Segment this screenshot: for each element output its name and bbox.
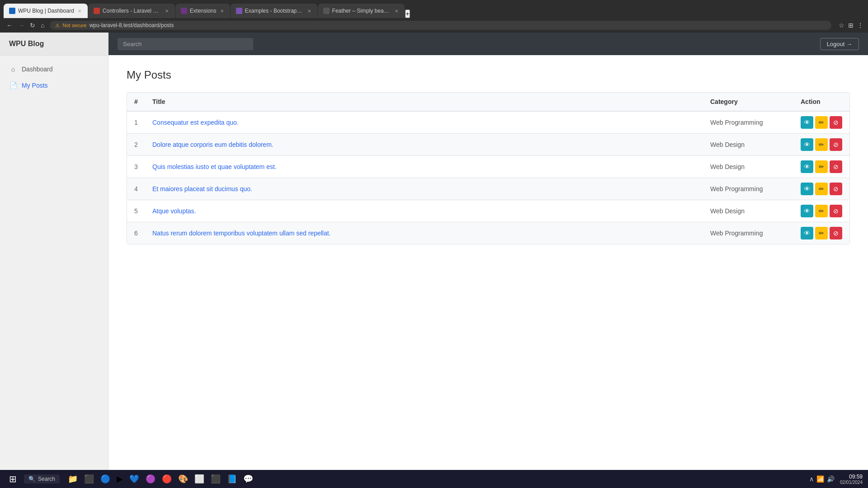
cell-title[interactable]: Natus rerum dolorem temporibus voluptate… [145,222,703,244]
taskbar-figma[interactable]: 🎨 [175,472,191,486]
cell-title[interactable]: Dolore atque corporis eum debitis dolore… [145,134,703,156]
delete-button[interactable]: ⊘ [830,183,842,195]
taskbar-whatsapp[interactable]: 💬 [241,472,256,486]
browser-tab-tab2[interactable]: Controllers - Laravel 8.x - The P... ✕ [88,4,175,18]
forward-button[interactable]: → [16,21,26,30]
taskbar-apps: 📁 ⬛ 🔵 ▶ 💙 🟣 🔴 🎨 ⬜ ⬛ 📘 💬 [65,472,256,486]
taskbar-search-label: Search [38,476,55,482]
cell-title[interactable]: Et maiores placeat sit ducimus quo. [145,178,703,200]
tab-close[interactable]: ✕ [77,9,82,14]
sidebar-item-my-posts[interactable]: 📄 My Posts [0,77,108,94]
reload-button[interactable]: ↻ [28,21,37,30]
security-label: Not secure [62,23,86,28]
cell-category: Web Programming [703,222,793,244]
start-button[interactable]: ⊞ [5,472,20,486]
network-icon: 📶 [816,475,824,483]
home-button[interactable]: ⌂ [39,21,46,30]
taskbar-search[interactable]: 🔍 Search [24,474,60,483]
edit-button[interactable]: ✏ [815,183,828,195]
taskbar-app7[interactable]: 🔴 [159,472,175,486]
table-row: 1 Consequatur est expedita quo. Web Prog… [127,111,849,134]
table-row: 2 Dolore atque corporis eum debitis dolo… [127,134,849,156]
edit-button[interactable]: ✏ [815,138,828,151]
cell-action: 👁 ✏ ⊘ [793,111,849,134]
action-buttons: 👁 ✏ ⊘ [801,205,842,217]
url-bar[interactable]: ⚠ Not secure wpu-laravel-8.test/dashboar… [50,21,831,30]
tab-favicon [323,8,330,14]
taskbar-sys: ∧ 📶 🔊 09:59 02/01/2024 [809,474,863,485]
taskbar-word[interactable]: 📘 [224,472,240,486]
top-nav: Logout → [108,33,868,55]
view-button[interactable]: 👁 [801,138,813,151]
view-button[interactable]: 👁 [801,183,813,195]
view-button[interactable]: 👁 [801,227,813,239]
view-button[interactable]: 👁 [801,116,813,129]
cell-title[interactable]: Consequatur est expedita quo. [145,111,703,134]
cell-num: 3 [127,156,145,178]
delete-button[interactable]: ⊘ [830,138,842,151]
taskbar-app9[interactable]: ⬛ [208,472,223,486]
tab-close[interactable]: ✕ [307,9,312,14]
edit-button[interactable]: ✏ [815,116,828,129]
edit-button[interactable]: ✏ [815,160,828,173]
sidebar: WPU Blog ⌂ Dashboard 📄 My Posts [0,33,108,470]
delete-button[interactable]: ⊘ [830,116,842,129]
new-tab-button[interactable]: + [405,9,410,18]
bookmark-button[interactable]: ☆ [839,22,844,29]
sidebar-brand: WPU Blog [0,33,108,56]
cell-category: Web Programming [703,178,793,200]
edit-button[interactable]: ✏ [815,205,828,217]
col-header-action: Action [793,93,849,111]
col-header-num: # [127,93,145,111]
taskbar-file-explorer[interactable]: 📁 [65,472,80,486]
taskbar-app6[interactable]: 🟣 [143,472,158,486]
browser-chrome: WPU Blog | Dashboard ✕ Controllers - Lar… [0,0,868,33]
browser-tab-tab1[interactable]: WPU Blog | Dashboard ✕ [4,4,88,18]
chevron-up-icon: ∧ [809,475,814,483]
taskbar-time-display: 09:59 [840,474,863,480]
view-button[interactable]: 👁 [801,205,813,217]
cell-title[interactable]: Atque voluptas. [145,200,703,222]
taskbar-terminal[interactable]: ⬛ [81,472,97,486]
cell-category: Web Design [703,200,793,222]
back-button[interactable]: ← [5,21,14,30]
view-button[interactable]: 👁 [801,160,813,173]
tab-close[interactable]: ✕ [219,9,225,14]
action-buttons: 👁 ✏ ⊘ [801,227,842,239]
tab-favicon [94,8,100,14]
cell-title[interactable]: Quis molestias iusto et quae voluptatem … [145,156,703,178]
browser-tab-tab3[interactable]: Extensions ✕ [175,4,230,18]
table-row: 4 Et maiores placeat sit ducimus quo. We… [127,178,849,200]
taskbar-date-display: 02/01/2024 [840,480,863,485]
taskbar-youtube[interactable]: ▶ [114,472,126,486]
sys-icons: ∧ 📶 🔊 [809,475,835,483]
menu-button[interactable]: ⋮ [857,22,863,29]
cell-action: 👁 ✏ ⊘ [793,222,849,244]
tab-label: Examples - Bootstrap v5.0 [245,8,304,14]
delete-button[interactable]: ⊘ [830,227,842,239]
extensions-button[interactable]: ⊞ [848,22,854,29]
taskbar: ⊞ 🔍 Search 📁 ⬛ 🔵 ▶ 💙 🟣 🔴 🎨 ⬜ ⬛ 📘 💬 ∧ 📶 🔊… [0,470,868,488]
browser-tab-tab4[interactable]: Examples - Bootstrap v5.0 ✕ [231,4,317,18]
tab-bar: WPU Blog | Dashboard ✕ Controllers - Lar… [0,0,868,18]
logout-button[interactable]: Logout → [820,38,859,50]
edit-button[interactable]: ✏ [815,227,828,239]
sidebar-nav: ⌂ Dashboard 📄 My Posts [0,56,108,99]
tab-close[interactable]: ✕ [394,9,399,14]
tab-favicon [236,8,242,14]
browser-tab-tab5[interactable]: Feather – Simply beautiful ope... ✕ [318,4,405,18]
taskbar-chrome[interactable]: 🔵 [98,472,113,486]
cell-action: 👁 ✏ ⊘ [793,134,849,156]
action-buttons: 👁 ✏ ⊘ [801,138,842,151]
sidebar-label-dashboard: Dashboard [22,66,53,73]
cell-num: 1 [127,111,145,134]
tab-close[interactable]: ✕ [164,9,170,14]
delete-button[interactable]: ⊘ [830,205,842,217]
app-wrapper: WPU Blog ⌂ Dashboard 📄 My Posts Logout →… [0,33,868,470]
delete-button[interactable]: ⊘ [830,160,842,173]
taskbar-notion[interactable]: ⬜ [192,472,207,486]
main-content: My Posts # Title Category Action [108,55,868,470]
search-input[interactable] [118,38,253,50]
sidebar-item-dashboard[interactable]: ⌂ Dashboard [0,61,108,77]
taskbar-vscode[interactable]: 💙 [127,472,142,486]
